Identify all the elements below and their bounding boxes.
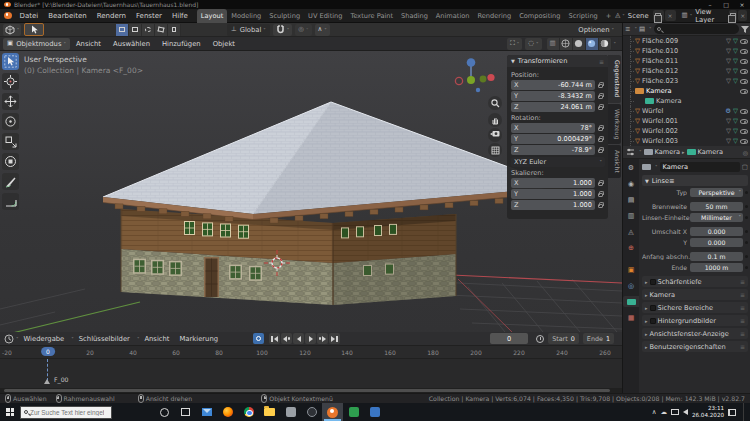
pin-icon[interactable]: ◎ xyxy=(743,149,748,156)
tab-texture-paint[interactable]: Texture Paint xyxy=(346,9,397,23)
outliner-item-kamera[interactable]: Kamera xyxy=(623,86,750,96)
select-mode-tweak[interactable] xyxy=(116,24,129,36)
outliner-item-flaeche-011[interactable]: ▽Fläche.011▽▽ xyxy=(623,56,750,66)
playhead[interactable] xyxy=(47,359,48,381)
shading-dropdown[interactable]: ˅ xyxy=(614,41,617,47)
tab-sculpting[interactable]: Sculpting xyxy=(265,9,304,23)
select-mode-circle[interactable] xyxy=(142,24,155,36)
show-desktop-button[interactable] xyxy=(743,403,746,421)
outliner-item-wuerfel-003[interactable]: ▽Würfel.003▽▽ xyxy=(623,136,750,146)
eye-icon[interactable] xyxy=(740,139,748,144)
menu-ansicht[interactable]: Ansicht xyxy=(139,335,174,343)
clip-end-field[interactable]: 1000 m xyxy=(690,263,743,272)
transform-panel-header[interactable]: ▼ Transformieren ≡ xyxy=(507,55,608,67)
outliner-item-flaeche-023[interactable]: ▽Fläche.023▽▽ xyxy=(623,76,750,86)
tray-expand-icon[interactable]: ∧ xyxy=(652,408,657,416)
add-workspace-button[interactable]: + xyxy=(602,9,616,23)
lock-rotation-x[interactable] xyxy=(595,125,605,131)
shading-wireframe-button[interactable] xyxy=(560,38,573,50)
tool-move-button[interactable] xyxy=(2,93,19,110)
zoom-button[interactable] xyxy=(488,96,502,110)
tab-constraints[interactable]: ◎ xyxy=(624,280,638,291)
display-mode-icon[interactable]: ≡ xyxy=(625,26,630,33)
lens-panel-header[interactable]: ▼ Linse ≡ xyxy=(642,175,748,186)
explorer-button[interactable] xyxy=(259,403,280,421)
tab-compositing[interactable]: Compositing xyxy=(515,9,564,23)
shading-material-button[interactable] xyxy=(586,38,599,50)
checkbox[interactable] xyxy=(650,305,656,311)
tab-werkzeug[interactable]: Werkzeug xyxy=(608,104,621,145)
taskbar-search-input[interactable] xyxy=(30,409,104,416)
mail-app-button[interactable] xyxy=(196,403,217,421)
lens-type-dropdown[interactable]: Perspektive xyxy=(690,188,743,197)
tool-select-box-button[interactable] xyxy=(2,53,19,70)
transform-orientation-dropdown[interactable]: ⊥ Global ˅ xyxy=(227,24,270,36)
lock-position-z[interactable] xyxy=(595,104,605,110)
outliner-item-flaeche-012[interactable]: ▽Fläche.012▽▽ xyxy=(623,66,750,76)
chrome-button[interactable] xyxy=(238,403,259,421)
outliner-item-wuerfel-001[interactable]: ▽Würfel.001▽▽ xyxy=(623,116,750,126)
shading-rendered-button[interactable] xyxy=(599,38,612,50)
eye-icon[interactable] xyxy=(740,49,748,54)
tab-layout[interactable]: Layout xyxy=(197,9,227,23)
play-button[interactable] xyxy=(305,333,316,344)
rotation-y-field[interactable]: Y0.000429° xyxy=(511,134,595,144)
firefox-button[interactable] xyxy=(217,403,238,421)
navigation-axis-gizmo[interactable] xyxy=(452,53,496,97)
x-neg-axis-ball[interactable] xyxy=(487,74,494,81)
cortana-button[interactable] xyxy=(154,403,175,421)
menu-schluesselbilder[interactable]: Schlüsselbilder xyxy=(74,335,135,343)
panel-benutzereigenschaften[interactable]: ▸Benutzereigenschaften≡ xyxy=(642,341,748,352)
viewport-3d[interactable]: User Perspective (0) Collection | Kamera… xyxy=(0,51,622,332)
outliner-item-flaeche-010[interactable]: ▽Fläche.010▽▽ xyxy=(623,46,750,56)
taskbar-clock[interactable]: 23:11 26.04.2020 xyxy=(692,405,724,418)
new-scene-button[interactable] xyxy=(653,10,664,21)
properties-editor-icon[interactable] xyxy=(626,148,635,156)
auto-keyframe-button[interactable] xyxy=(253,333,264,344)
outliner-search[interactable] xyxy=(654,24,739,34)
delete-scene-button[interactable]: × xyxy=(665,10,676,21)
eye-icon[interactable] xyxy=(740,119,748,124)
lock-rotation-y[interactable] xyxy=(595,136,605,142)
menu-hinzufuegen[interactable]: Hinzufügen xyxy=(156,40,207,48)
app-button-dark[interactable] xyxy=(301,403,322,421)
select-mode-lasso[interactable] xyxy=(155,24,168,36)
notification-center-icon[interactable] xyxy=(728,409,736,416)
y-neg-axis-ball[interactable] xyxy=(480,76,487,83)
tab-texture[interactable]: ▦ xyxy=(624,312,638,323)
menu-ansicht[interactable]: Ansicht xyxy=(70,40,107,48)
blender-menu-icon[interactable] xyxy=(4,12,12,19)
timeline-track[interactable]: F_00 xyxy=(0,359,622,388)
tab-animation[interactable]: Animation xyxy=(432,9,474,23)
eye-icon[interactable] xyxy=(740,129,748,134)
taskbar-search[interactable] xyxy=(20,406,112,419)
jump-to-end-button[interactable] xyxy=(329,333,340,344)
view-layer-selector[interactable]: ▥ ˅ View Layer × xyxy=(682,10,747,21)
tab-output[interactable]: ▤ xyxy=(624,194,638,205)
start-frame-field[interactable]: Start0 xyxy=(548,333,579,344)
position-z-field[interactable]: Z24.061 m xyxy=(511,102,595,112)
panel-sichere-bereiche[interactable]: ▸Sichere Bereiche≡ xyxy=(642,302,748,313)
tab-tool[interactable]: ⚙ xyxy=(624,162,638,173)
outliner-item-wuerfel-002[interactable]: ▽Würfel.002▽▽ xyxy=(623,126,750,136)
lock-scale-x[interactable] xyxy=(595,180,605,186)
lens-unit-dropdown[interactable]: Millimeter xyxy=(690,213,743,222)
scale-z-field[interactable]: Z1.000 xyxy=(511,200,595,210)
tab-modeling[interactable]: Modeling xyxy=(227,9,265,23)
lock-scale-z[interactable] xyxy=(595,202,605,208)
outliner-item-flaeche-009[interactable]: ▽Fläche.009▽▽ xyxy=(623,36,750,46)
app-button-green[interactable] xyxy=(343,403,364,421)
options-dropdown[interactable]: Optionen ˅ xyxy=(578,26,614,34)
menu-wiedergabe[interactable]: Wiedergabe xyxy=(19,335,70,343)
y-axis-ball[interactable] xyxy=(467,76,475,84)
outliner-item-wuerfel[interactable]: ▽Würfel⚙▽ xyxy=(623,106,750,116)
end-frame-field[interactable]: Ende1 xyxy=(583,333,614,344)
xray-toggle[interactable]: ▥ xyxy=(547,38,560,50)
checkbox[interactable] xyxy=(650,279,656,285)
task-view-button[interactable] xyxy=(175,403,196,421)
focal-length-field[interactable]: 50 mm xyxy=(690,202,743,211)
tab-scripting[interactable]: Scripting xyxy=(564,9,601,23)
current-frame-field[interactable]: 0 xyxy=(490,333,528,344)
panel-hintergrundbilder[interactable]: ▸Hintergrundbilder≡ xyxy=(642,315,748,326)
scale-x-field[interactable]: X1.000 xyxy=(511,178,595,188)
